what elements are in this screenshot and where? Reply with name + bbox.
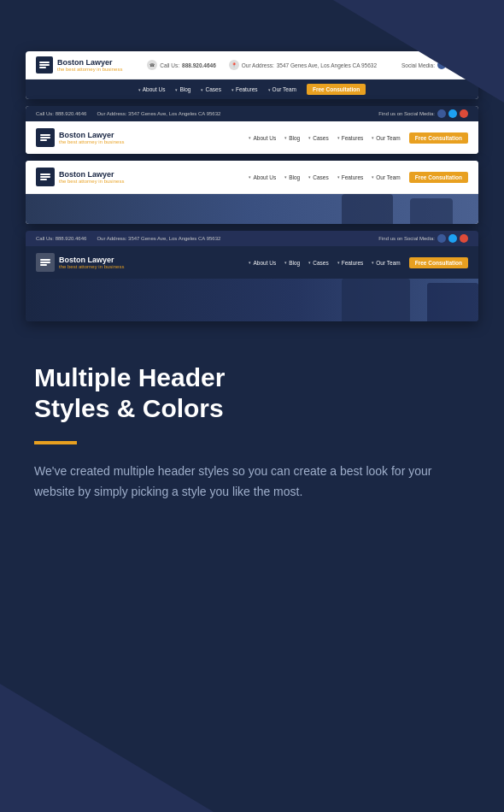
book-line <box>39 62 50 63</box>
header1-logo-text: Boston Lawyer the best attorney in busin… <box>57 58 122 72</box>
cta-button-3[interactable]: Free Consultation <box>409 172 468 183</box>
cta-button-4[interactable]: Free Consultation <box>409 257 468 268</box>
header1-nav: ▾ About Us ▾ Blog ▾ Cases ▾ Features ▾ <box>26 79 478 99</box>
header4-nav: ▾ About Us ▾ Blog ▾ Cases ▾ Features <box>249 257 468 268</box>
header2-logo-area: Boston Lawyer the best attorney in busin… <box>36 128 124 147</box>
chevron-icon: ▾ <box>201 87 203 92</box>
book-icon-4 <box>38 256 53 268</box>
header2-logo-title: Boston Lawyer <box>59 131 124 139</box>
chevron-icon: ▾ <box>284 260 287 265</box>
header4-main-bar: Boston Lawyer the best attorney in busin… <box>26 246 478 279</box>
book-line <box>40 137 50 138</box>
section-title: Multiple Header Styles & Colors <box>34 362 470 424</box>
accent-bar <box>34 441 77 444</box>
book-line <box>40 174 50 175</box>
header4-top-bar: Call Us: 888.920.4646 Our Address: 3547 … <box>26 231 478 246</box>
book-line-short <box>40 264 47 266</box>
header4-logo-icon <box>36 253 55 272</box>
nav-blog[interactable]: ▾ Blog <box>284 260 300 266</box>
header-mockup-4: Call Us: 888.920.4646 Our Address: 3547 … <box>26 231 478 321</box>
header2-logo-sub: the best attorney in business <box>59 139 124 144</box>
chevron-icon: ▾ <box>249 174 251 179</box>
twitter-icon[interactable] <box>448 234 457 243</box>
googleplus-icon[interactable] <box>460 234 468 243</box>
nav-features[interactable]: ▾ Features <box>231 86 258 92</box>
chevron-icon: ▾ <box>308 260 311 265</box>
header1-phone: ☎ Call Us: 888.920.4646 <box>147 60 216 70</box>
header1-contact-info: ☎ Call Us: 888.920.4646 📍 Our Address: 3… <box>147 60 377 70</box>
header2-social: Find us on Social Media: <box>378 109 468 118</box>
chevron-icon: ▾ <box>337 260 340 265</box>
facebook-icon[interactable] <box>437 109 446 118</box>
nav-about[interactable]: ▾ About Us <box>249 135 276 141</box>
nav-cases[interactable]: ▾ Cases <box>308 260 328 266</box>
nav-cases[interactable]: ▾ Cases <box>201 86 220 92</box>
twitter-icon[interactable] <box>448 109 457 118</box>
header1-logo-area: Boston Lawyer the best attorney in busin… <box>36 56 122 74</box>
header1-top-bar: Boston Lawyer the best attorney in busin… <box>26 51 478 79</box>
header-mockup-1: Boston Lawyer the best attorney in busin… <box>26 51 478 99</box>
book-line-short <box>39 67 46 68</box>
nav-cases[interactable]: ▾ Cases <box>308 174 328 180</box>
chevron-icon: ▾ <box>138 87 141 92</box>
header1-logo-title: Boston Lawyer <box>57 58 122 67</box>
chevron-icon: ▾ <box>337 135 340 140</box>
header4-social: Find us on Social Media: <box>378 234 468 243</box>
chevron-icon: ▾ <box>372 174 374 179</box>
nav-about[interactable]: ▾ About Us <box>138 86 166 92</box>
chevron-icon: ▾ <box>372 135 374 140</box>
chevron-icon: ▾ <box>337 174 340 179</box>
header3-logo-text: Boston Lawyer the best attorney in busin… <box>59 170 124 184</box>
nav-about[interactable]: ▾ About Us <box>249 260 276 266</box>
chevron-icon: ▾ <box>249 135 251 140</box>
nav-blog[interactable]: ▾ Blog <box>284 135 300 141</box>
chevron-icon: ▾ <box>249 260 251 265</box>
book-line <box>40 134 50 136</box>
phone-icon: ☎ <box>147 60 157 70</box>
book-icon-3 <box>38 171 53 183</box>
chevron-icon: ▾ <box>308 135 311 140</box>
header4-contact-left: Call Us: 888.920.4646 Our Address: 3547 … <box>36 236 220 241</box>
cta-button-2[interactable]: Free Consultation <box>409 132 468 144</box>
book-line-short <box>40 179 47 180</box>
header3-logo-icon <box>36 168 55 186</box>
header-mockup-3: Boston Lawyer the best attorney in busin… <box>26 161 478 224</box>
nav-features[interactable]: ▾ Features <box>337 135 364 141</box>
nav-features[interactable]: ▾ Features <box>337 260 364 266</box>
googleplus-icon[interactable] <box>460 109 468 118</box>
nav-our-team[interactable]: ▾ Our Team <box>268 86 296 92</box>
header-mockup-2: Call Us: 888.920.4646 Our Address: 3547 … <box>26 106 478 154</box>
nav-our-team[interactable]: ▾ Our Team <box>372 135 400 141</box>
header2-logo-icon <box>36 128 55 147</box>
chevron-icon: ▾ <box>268 87 271 92</box>
book-icon-2 <box>38 132 53 144</box>
nav-our-team[interactable]: ▾ Our Team <box>372 174 400 180</box>
header3-logo-area: Boston Lawyer the best attorney in busin… <box>36 168 124 186</box>
header2-logo-text: Boston Lawyer the best attorney in busin… <box>59 131 124 144</box>
book-line <box>39 64 50 66</box>
nav-about[interactable]: ▾ About Us <box>249 174 276 180</box>
book-line <box>40 176 50 178</box>
page-wrapper: Boston Lawyer the best attorney in busin… <box>0 0 504 812</box>
chevron-icon: ▾ <box>308 174 311 179</box>
book-icon-1 <box>37 59 52 71</box>
header2-main-bar: Boston Lawyer the best attorney in busin… <box>26 121 478 154</box>
nav-blog[interactable]: ▾ Blog <box>175 86 190 92</box>
cta-button-1[interactable]: Free Consultation <box>307 84 366 95</box>
content-section: Multiple Header Styles & Colors We've cr… <box>26 362 478 503</box>
nav-our-team[interactable]: ▾ Our Team <box>372 260 400 266</box>
chevron-icon: ▾ <box>372 260 374 265</box>
header3-logo-sub: the best attorney in business <box>59 179 124 184</box>
header2-nav: ▾ About Us ▾ Blog ▾ Cases ▾ Features <box>249 132 468 144</box>
header4-logo-sub: the best attorney in business <box>59 264 124 269</box>
chevron-icon: ▾ <box>284 135 287 140</box>
nav-features[interactable]: ▾ Features <box>337 174 364 180</box>
header2-contact-left: Call Us: 888.920.4646 Our Address: 3547 … <box>36 111 220 116</box>
chevron-icon: ▾ <box>284 174 287 179</box>
facebook-icon[interactable] <box>437 234 446 243</box>
nav-cases[interactable]: ▾ Cases <box>308 135 328 141</box>
nav-blog[interactable]: ▾ Blog <box>284 174 300 180</box>
headers-container: Boston Lawyer the best attorney in busin… <box>26 51 478 328</box>
header4-logo-area: Boston Lawyer the best attorney in busin… <box>36 253 124 272</box>
section-description: We've created multiple header styles so … <box>34 462 470 503</box>
